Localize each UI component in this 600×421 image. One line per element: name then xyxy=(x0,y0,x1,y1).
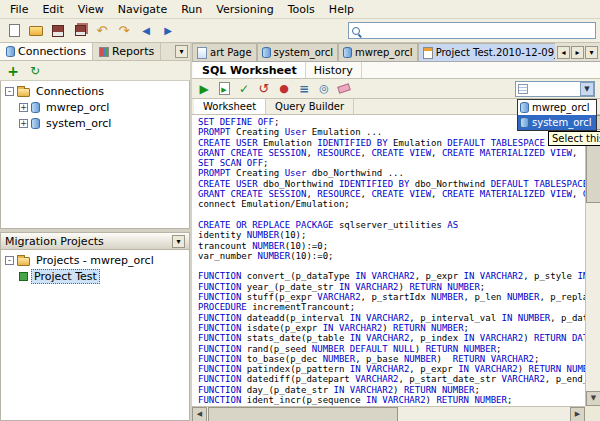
search-icon xyxy=(352,27,360,35)
tree-item-label: Project Test xyxy=(31,269,100,284)
vertical-scrollbar[interactable]: ▲ ▼ xyxy=(585,115,600,406)
code-line: trancount NUMBER(10):=0; xyxy=(198,241,585,251)
scroll-left-button[interactable]: ◀ xyxy=(192,407,207,421)
undo-icon xyxy=(97,24,108,37)
forward-button[interactable] xyxy=(158,21,178,41)
folder-icon xyxy=(17,257,30,266)
connections-panel-tabs: Connections Reports ▾ xyxy=(0,43,190,61)
tab-query-builder[interactable]: Query Builder xyxy=(266,99,354,114)
undo-button[interactable] xyxy=(92,21,112,41)
code-line: PROCEDURE incrementTrancount; xyxy=(198,302,585,312)
code-line: FUNCTION day_(p_date_str IN VARCHAR2) RE… xyxy=(198,385,585,395)
search-input[interactable] xyxy=(363,25,592,36)
back-button[interactable] xyxy=(136,21,156,41)
projects-collapse-button[interactable]: ▾ xyxy=(172,235,185,248)
expander-icon[interactable]: - xyxy=(5,256,14,265)
editor-tab-project-test-2010-12-09-02-26-13-sql[interactable]: Project Test.2010-12-09_02-26-13.sql xyxy=(418,43,555,61)
code-line: FUNCTION rand(p_seed NUMBER DEFAULT NULL… xyxy=(198,344,585,354)
editor-tab-system-orcl[interactable]: system_orcl xyxy=(257,43,338,61)
tree-item-connections[interactable]: -Connections xyxy=(1,83,189,99)
save-button[interactable] xyxy=(48,21,68,41)
tree-item-projects-mwrep-orcl[interactable]: -Projects - mwrep_orcl xyxy=(1,252,189,268)
code-line: var_number NUMBER(10):=0; xyxy=(198,251,585,261)
code-line: connect Emulation/Emulation; xyxy=(198,199,585,209)
search-box[interactable] xyxy=(348,22,596,39)
code-line: FUNCTION stuff(p_expr VARCHAR2, p_startI… xyxy=(198,292,585,302)
db-icon xyxy=(343,47,352,58)
tab-reports[interactable]: Reports xyxy=(93,43,161,60)
tab-scroll-left-button[interactable]: ◂ xyxy=(557,46,570,59)
tree-item-system-orcl[interactable]: +system_orcl xyxy=(1,115,189,131)
redo-button[interactable] xyxy=(114,21,134,41)
open-folder-button[interactable] xyxy=(26,21,46,41)
code-line: FUNCTION stats_date(p_table IN VARCHAR2,… xyxy=(198,333,585,343)
tree-item-label: Projects - mwrep_orcl xyxy=(33,253,157,268)
clear-button[interactable] xyxy=(335,80,353,98)
new-file-button[interactable] xyxy=(4,21,24,41)
tab-history[interactable]: History xyxy=(306,62,362,78)
tree-item-project-test[interactable]: Project Test xyxy=(1,268,189,284)
save-all-button[interactable] xyxy=(70,21,90,41)
scroll-down-button[interactable]: ▼ xyxy=(586,391,600,406)
code-line xyxy=(198,210,585,220)
autotrace-icon xyxy=(319,82,329,95)
menu-edit[interactable]: Edit xyxy=(35,1,70,18)
connection-dropdown[interactable]: ▼ xyxy=(515,81,595,97)
commit-button[interactable] xyxy=(235,80,253,98)
connection-option-system-orcl[interactable]: system_orcl xyxy=(518,115,596,130)
horizontal-scroll-thumb[interactable] xyxy=(208,407,398,421)
expander-icon[interactable]: + xyxy=(19,119,28,128)
horizontal-scrollbar[interactable]: ◀ ▶ xyxy=(192,406,585,421)
menu-versioning[interactable]: Versioning xyxy=(209,1,280,18)
tree-item-label: system_orcl xyxy=(43,116,114,131)
menu-bar: FileEditViewNavigateRunVersioningToolsHe… xyxy=(0,0,600,19)
tab-connections[interactable]: Connections xyxy=(0,43,93,60)
dropdown-arrow-icon[interactable]: ▼ xyxy=(580,82,594,96)
scroll-right-button[interactable]: ▶ xyxy=(570,407,585,421)
refresh-button[interactable] xyxy=(25,61,45,81)
connection-option-label: system_orcl xyxy=(532,117,591,128)
code-line: CREATE OR REPLACE PACKAGE sqlserver_util… xyxy=(198,220,585,230)
tree-item-label: mwrep_orcl xyxy=(43,100,112,115)
menu-run[interactable]: Run xyxy=(174,1,209,18)
editor-tab-label: mwrep_orcl xyxy=(355,47,413,58)
editor-tab-label: art Page xyxy=(210,47,252,58)
autotrace-button[interactable] xyxy=(315,80,333,98)
editor-tab-mwrep-orcl[interactable]: mwrep_orcl xyxy=(338,43,418,61)
tab-reports-label: Reports xyxy=(112,45,154,58)
worksheet-toolbar-icons xyxy=(195,80,353,98)
plus-icon xyxy=(7,64,19,78)
code-line xyxy=(198,261,585,271)
rollback-button[interactable] xyxy=(255,80,273,98)
run-statement-button[interactable] xyxy=(195,80,213,98)
menu-tools[interactable]: Tools xyxy=(281,1,322,18)
menu-file[interactable]: File xyxy=(3,1,35,18)
tab-sql-worksheet[interactable]: SQL Worksheet xyxy=(194,62,306,78)
tab-worksheet[interactable]: Worksheet xyxy=(194,99,266,114)
database-icon xyxy=(520,102,529,113)
new-connection-button[interactable] xyxy=(3,61,23,81)
editor-tab-art-page[interactable]: art Page xyxy=(192,43,257,61)
forward-icon xyxy=(164,25,172,36)
code-editor: SET DEFINE OFF;PROMPT Creating User Emul… xyxy=(192,115,600,421)
menu-view[interactable]: View xyxy=(71,1,111,18)
menu-navigate[interactable]: Navigate xyxy=(111,1,174,18)
cancel-button[interactable] xyxy=(275,80,293,98)
db-icon xyxy=(262,47,271,58)
folder-icon xyxy=(17,88,30,97)
panel-collapse-button[interactable]: ▾ xyxy=(175,45,188,58)
tree-item-mwrep-orcl[interactable]: +mwrep_orcl xyxy=(1,99,189,115)
expander-icon[interactable]: + xyxy=(19,103,28,112)
sql-code-area[interactable]: SET DEFINE OFF;PROMPT Creating User Emul… xyxy=(192,115,585,406)
sql-file-icon xyxy=(423,47,433,59)
run-script-icon xyxy=(219,82,230,95)
run-script-button[interactable] xyxy=(215,80,233,98)
connection-option-mwrep-orcl[interactable]: mwrep_orcl xyxy=(518,100,596,115)
tab-list-button[interactable]: ▾ xyxy=(585,46,598,59)
menu-help[interactable]: Help xyxy=(322,1,361,18)
rollback-icon xyxy=(259,81,270,96)
tab-scroll-right-button[interactable]: ▸ xyxy=(571,46,584,59)
explain-plan-button[interactable] xyxy=(295,80,313,98)
expander-icon[interactable]: - xyxy=(5,87,14,96)
start-page-icon xyxy=(197,47,207,59)
